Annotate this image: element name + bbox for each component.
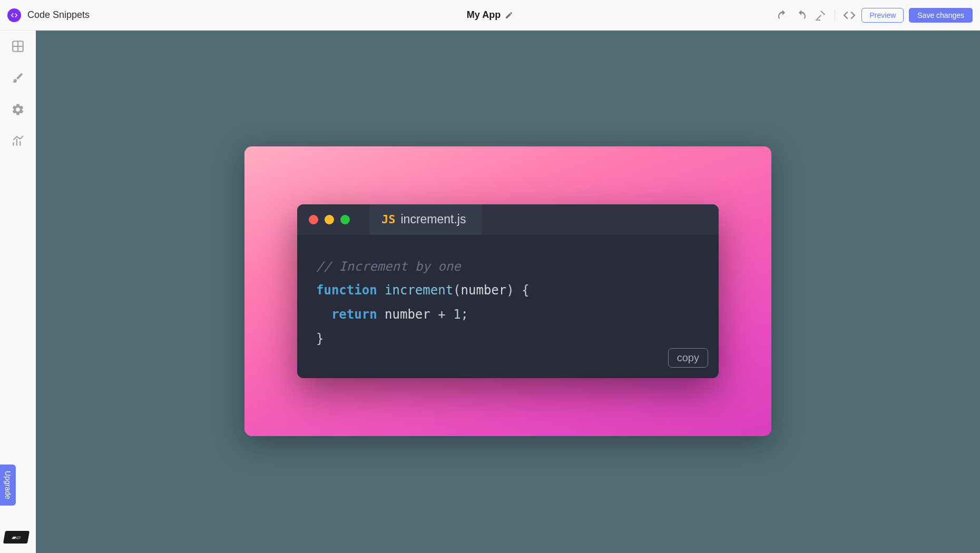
app-name: My App [467,9,501,21]
preview-button[interactable]: Preview [861,8,904,23]
token-indent [316,307,331,322]
chart-icon[interactable] [11,134,25,149]
code-icon[interactable] [842,8,856,22]
token-comment: // Increment by one [316,259,461,274]
code-line-1: // Increment by one [316,255,700,279]
traffic-minimize-icon[interactable] [325,215,334,224]
code-line-4: } [316,327,700,351]
sidebar-left: Upgrade ▰▱ [0,31,36,553]
undo-icon[interactable] [776,8,789,22]
canvas[interactable]: JS increment.js // Increment by one func… [36,31,980,553]
grid-icon[interactable] [11,39,25,54]
tab-filename: increment.js [401,212,466,226]
provider-badge-icon[interactable]: ▰▱ [3,531,30,544]
token-semi: ; [461,307,468,322]
topbar: Code Snippets My App Preview Save change… [0,0,980,31]
brush-icon[interactable] [11,71,25,85]
topbar-left: Code Snippets [7,8,325,22]
redo-icon[interactable] [795,8,808,22]
token-keyword-function: function [316,283,385,298]
code-titlebar: JS increment.js [297,204,719,235]
topbar-right: Preview Save changes [655,8,973,23]
token-num: 1 [453,307,460,322]
traffic-maximize-icon[interactable] [340,215,350,224]
token-op: + [430,307,453,322]
app-logo-icon[interactable] [7,8,21,22]
code-body[interactable]: // Increment by one function increment(n… [297,235,719,378]
gavel-icon[interactable] [814,8,827,22]
code-line-2: function increment(number) { [316,279,700,303]
token-expr-ident: number [385,307,430,322]
topbar-center: My App [331,9,649,21]
toolbar-divider [835,9,835,21]
token-open-paren: ( [453,283,460,298]
code-line-3: return number + 1; [316,303,700,327]
snippet-frame: JS increment.js // Increment by one func… [244,146,771,436]
page-title: Code Snippets [27,9,90,21]
token-param: number [461,283,507,298]
traffic-close-icon[interactable] [309,215,318,224]
pencil-icon[interactable] [505,11,513,19]
token-close-brace: } [316,331,324,346]
token-func-name: increment [385,283,453,298]
code-tab[interactable]: JS increment.js [370,204,482,235]
gear-icon[interactable] [11,102,25,117]
upgrade-tab[interactable]: Upgrade [0,465,16,506]
js-badge-icon: JS [381,213,396,226]
code-window: JS increment.js // Increment by one func… [297,204,719,378]
copy-button[interactable]: copy [668,348,708,368]
main-row: Upgrade ▰▱ JS increment.js // Increment … [0,31,980,553]
save-button[interactable]: Save changes [909,8,973,23]
token-close-paren-brace: ) { [506,283,529,298]
token-keyword-return: return [331,307,385,322]
